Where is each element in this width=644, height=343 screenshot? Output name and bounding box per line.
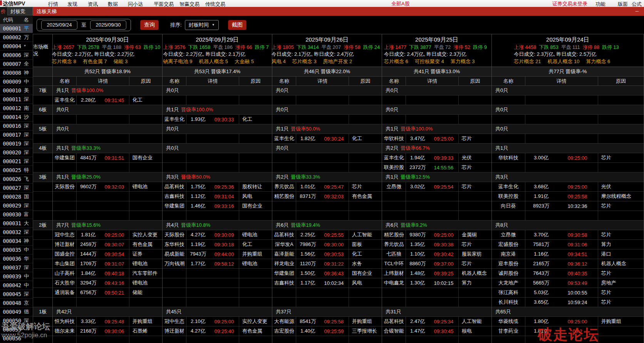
ladder-stock-row[interactable]: 上纬新材1.48亿09:39:25机器人概念 bbox=[382, 269, 491, 278]
ladder-stock-row[interactable]: 立昂微3.02亿09:25:54芯片 bbox=[382, 182, 491, 192]
ladder-stock-row[interactable]: 蓝丰生化1.82亿09:30:24化工 bbox=[272, 134, 382, 144]
stock-code-row[interactable]: 000019深 bbox=[0, 139, 33, 148]
tab-sliver[interactable]: 价 bbox=[1, 8, 6, 15]
ladder-stock-row[interactable]: 华软科技3.00亿09:25:00芯片 bbox=[492, 153, 644, 163]
ladder-stock-row[interactable]: 品茗科技2.47亿09:25:34人工智能 bbox=[382, 317, 491, 326]
ladder-stock-row[interactable]: 天际股份9602万09:32:03锂电池 bbox=[53, 182, 162, 192]
stock-code-row[interactable]: 000027深 bbox=[0, 184, 33, 192]
ladder-stock-row[interactable]: 冠中生态1.81亿09:25:00实控人变更 bbox=[53, 230, 162, 240]
stock-code-row[interactable]: 000009中 bbox=[0, 77, 33, 86]
stock-code-row[interactable]: 000048京 bbox=[0, 299, 33, 308]
stock-code-row[interactable]: 000028国 bbox=[0, 192, 33, 201]
tab-fengban-jingjia[interactable]: 封板竞价 bbox=[7, 7, 33, 15]
ladder-stock-row[interactable]: 通润装备6756万09:50:21储能 bbox=[53, 288, 162, 298]
ladder-stock-row[interactable]: 深华发A7986万09:30:00面板 bbox=[272, 240, 382, 249]
ladder-stock-row[interactable]: 联美控股1.91亿09:25:58摩尔线程概念 bbox=[492, 192, 644, 201]
stock-code-row[interactable]: 000010美 bbox=[0, 86, 33, 95]
ladder-stock-row[interactable]: 石大胜华3294万09:43:16锂电池 bbox=[53, 278, 162, 288]
stock-code-row[interactable]: 000035中 bbox=[0, 246, 33, 254]
ladder-stock-row[interactable]: 蓝丰生化2.28亿09:31:45化工 bbox=[53, 95, 162, 105]
stock-code-row[interactable]: 000008神 bbox=[0, 69, 33, 77]
market-scope-label[interactable]: 全部A股 bbox=[391, 0, 410, 7]
ladder-stock-row[interactable]: 蓝丰生化1.93亿09:30:33化工 bbox=[163, 115, 272, 124]
ladder-stock-row[interactable]: 华建集团4841万09:31:51国有企业 bbox=[53, 153, 162, 163]
ladder-stock-row[interactable]: 精艺股份8371万09:32:03有色金属 bbox=[272, 192, 382, 201]
stock-code-row[interactable]: 000011深 bbox=[0, 95, 33, 104]
ladder-stock-row[interactable]: 迎丰股份2165万09:36:12机器人概念 bbox=[492, 259, 644, 269]
stock-code-row[interactable]: 000042中 bbox=[0, 281, 33, 290]
ladder-stock-row[interactable]: 易成新能7943万09:44:00并购重组 bbox=[163, 249, 272, 259]
stock-code-row[interactable]: 000014沙 bbox=[0, 113, 33, 122]
stock-code-row[interactable]: 000004* bbox=[0, 42, 33, 51]
ladder-stock-row[interactable]: 诚邦股份7643万09:40:35芯片 bbox=[492, 269, 644, 278]
ladder-stock-row[interactable]: 天际股份4.27亿09:30:09锂电池 bbox=[163, 230, 272, 240]
stock-code-row[interactable]: 000049德 bbox=[0, 308, 33, 316]
stock-code-row[interactable]: 000021深 bbox=[0, 157, 33, 166]
stock-code-row[interactable]: 000036华 bbox=[0, 254, 33, 263]
stock-code-row[interactable]: 000006深 bbox=[0, 51, 33, 60]
ladder-stock-row[interactable]: 丰山集团1709万09:31:07锂电池 bbox=[53, 259, 162, 269]
sort-dropdown[interactable]: 封板时间 ▼ bbox=[185, 20, 219, 30]
screenshot-button[interactable]: 截图 bbox=[228, 20, 247, 30]
tab-lianban-tianti[interactable]: 连板天梯 bbox=[37, 8, 57, 15]
minimize-button[interactable]: – bbox=[636, 7, 639, 14]
stock-code-row[interactable]: 000037深 bbox=[0, 263, 33, 272]
ladder-stock-row[interactable]: 大龙地产5665万09:53:49房地产 bbox=[492, 278, 644, 288]
stock-code-row[interactable]: 000020深 bbox=[0, 148, 33, 157]
ladder-stock-row[interactable]: 七匹狼1.10亿09:30:42服装家纺 bbox=[382, 249, 491, 259]
query-button[interactable]: 查询 bbox=[140, 20, 159, 30]
stock-code-row[interactable]: 000031大 bbox=[0, 219, 33, 228]
ladder-stock-row[interactable]: 德尔未来2168万09:30:06石墨烯 bbox=[53, 326, 162, 336]
ladder-stock-row[interactable]: 养元饮品1.35亿09:30:38芯片 bbox=[382, 240, 491, 249]
ladder-stock-row[interactable]: 合锻智能1.47亿09:30:45核电 bbox=[382, 326, 491, 336]
stock-code-row[interactable]: 000001平 bbox=[0, 24, 33, 33]
stock-code-row[interactable]: 000016深 bbox=[0, 122, 33, 131]
ladder-stock-row[interactable]: 华软科技3.47亿09:25:00芯片 bbox=[382, 134, 491, 144]
ladder-stock-row[interactable]: 养元饮品1.01亿09:25:47芯片 bbox=[272, 182, 382, 192]
stock-code-row[interactable]: 000045深 bbox=[0, 290, 33, 299]
stock-code-row[interactable]: 000034神 bbox=[0, 237, 33, 246]
ladder-stock-row[interactable]: 大有能源8541万09:25:58并购重组 bbox=[272, 317, 382, 326]
date-to-input[interactable] bbox=[90, 20, 126, 30]
stock-code-row[interactable]: 000025特 bbox=[0, 166, 33, 175]
ladder-stock-row[interactable]: 国盛金控1444万09:30:54证券 bbox=[53, 249, 162, 259]
ladder-stock-row[interactable]: TCL中环8860万09:37:00芯片 bbox=[382, 259, 491, 269]
stock-code-row[interactable]: 000007全 bbox=[0, 60, 33, 69]
ladder-stock-row[interactable]: 万向钱潮1.77亿09:58:12锂电池 bbox=[163, 259, 272, 269]
ladder-stock-row[interactable]: 吉宏股份1.40亿09:25:59三季报增长 bbox=[272, 326, 382, 336]
ladder-stock-row[interactable]: 冠中生态2.10亿09:25:00实控人变更 bbox=[163, 317, 272, 326]
stock-code-row[interactable]: 000030富 bbox=[0, 210, 33, 219]
stock-code-row[interactable]: 000017深 bbox=[0, 131, 33, 139]
ladder-stock-row[interactable]: 吉鑫科技1.12亿09:31:04风电 bbox=[163, 192, 272, 201]
ladder-stock-row[interactable]: 南京港1.16亿09:34:51港口 bbox=[492, 249, 644, 259]
ladder-stock-row[interactable]: 嘉泽新能1.56亿09:30:53化工 bbox=[272, 249, 382, 259]
ladder-stock-row[interactable]: 山子高科1.84亿09:40:18汽车零部件 bbox=[53, 269, 162, 278]
stock-code-row[interactable]: 000029深 bbox=[0, 201, 33, 210]
date-from-input[interactable] bbox=[41, 20, 77, 30]
stock-code-row[interactable]: 000012南 bbox=[0, 104, 33, 113]
ladder-stock-row[interactable]: 向日葵8923万10:32:36芯片 bbox=[492, 201, 644, 211]
ladder-stock-row[interactable]: 祥龙电业1120万09:31:22水务 bbox=[272, 259, 382, 269]
ladder-stock-row[interactable]: 蓝丰生化3.68亿09:25:00光伏 bbox=[492, 182, 644, 192]
login-status[interactable]: 证券交易未登录 bbox=[552, 0, 587, 7]
ladder-stock-row[interactable]: 联美控股2372万14:55:56芯片 bbox=[382, 163, 491, 172]
ladder-stock-row[interactable]: 东华科技1.19亿09:30:18化工 bbox=[163, 240, 272, 249]
ladder-stock-row[interactable]: 立昂微3.70亿09:30:58芯片 bbox=[492, 230, 644, 240]
ladder-stock-row[interactable]: 中电鑫龙1.30亿10:02:15算力 bbox=[382, 278, 491, 288]
ladder-stock-row[interactable]: 宏盛股份7581万09:31:06算力 bbox=[492, 240, 644, 249]
ladder-stock-row[interactable]: 吉鑫科技1.17亿10:02:34风电 bbox=[272, 278, 382, 288]
ladder-stock-row[interactable]: 精艺股份9380万09:25:00金属铜 bbox=[382, 230, 491, 240]
ladder-stock-row[interactable]: 品茗科技2.25亿09:25:55人工智能 bbox=[272, 230, 382, 240]
ladder-stock-row[interactable]: 张江高科5.03亿10:00:55芯片 bbox=[492, 288, 644, 298]
ladder-stock-row[interactable]: 华建集团1.50亿09:36:43国有企业 bbox=[272, 269, 382, 278]
stock-code-row[interactable]: 000002万 bbox=[0, 33, 33, 42]
ladder-stock-row[interactable]: 长川科技3.65亿10:59:24芯片 bbox=[492, 298, 644, 307]
ladder-stock-row[interactable]: 蓝丰生化1.94亿09:39:33光伏 bbox=[382, 153, 491, 163]
ladder-stock-row[interactable]: 博迁新材4.27亿09:25:40有色金属 bbox=[163, 326, 272, 336]
stock-code-row[interactable]: 000039中 bbox=[0, 272, 33, 281]
ladder-stock-row[interactable]: 博迁新材2459万09:30:07有色金属 bbox=[53, 240, 162, 249]
ladder-stock-row[interactable]: 恒为科技3.33亿09:25:48并购重组 bbox=[53, 317, 162, 326]
ladder-stock-row[interactable]: 华建集团1.46亿09:33:16国有企业 bbox=[163, 201, 272, 211]
stock-code-row[interactable]: 000026飞 bbox=[0, 175, 33, 184]
ladder-stock-row[interactable]: 品茗科技1.75亿09:25:36股权转让 bbox=[163, 182, 272, 192]
